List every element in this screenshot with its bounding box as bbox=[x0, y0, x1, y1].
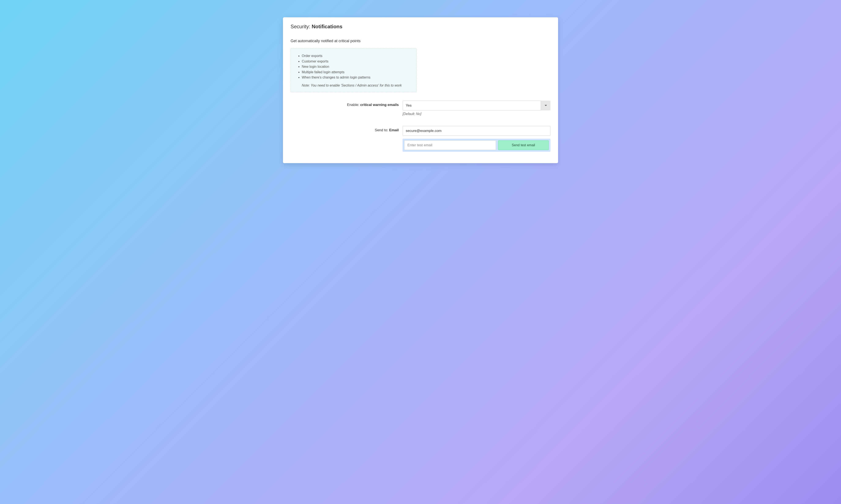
page-title: Security: Notifications bbox=[291, 24, 550, 30]
send-test-email-button[interactable]: Send test email bbox=[498, 140, 549, 150]
enable-select-wrapper bbox=[402, 101, 550, 110]
info-item: Multiple failed login attempts bbox=[302, 69, 411, 75]
test-email-input[interactable] bbox=[404, 140, 496, 150]
enable-label: Enable: critical warning emails bbox=[291, 101, 402, 107]
title-prefix: Security: bbox=[291, 24, 312, 29]
enable-label-prefix: Enable: bbox=[347, 103, 360, 107]
settings-card: Security: Notifications Get automaticall… bbox=[283, 17, 558, 163]
sendto-label-prefix: Send to: bbox=[375, 128, 389, 132]
info-note: Note: You need to enable 'Sections / Adm… bbox=[296, 84, 411, 87]
sendto-label: Send to: Email bbox=[291, 126, 402, 132]
title-bold: Notifications bbox=[312, 24, 342, 29]
info-box: Order exports Customer exports New login… bbox=[291, 48, 416, 92]
info-item: Order exports bbox=[302, 53, 411, 59]
enable-row: Enable: critical warning emails [Default… bbox=[291, 101, 550, 116]
email-field[interactable] bbox=[402, 126, 550, 136]
test-email-panel: Send test email bbox=[402, 139, 550, 152]
sendto-control-area: Send test email bbox=[402, 126, 550, 152]
info-list: Order exports Customer exports New login… bbox=[296, 53, 411, 80]
default-hint: [Default: No] bbox=[402, 112, 550, 116]
info-item: Customer exports bbox=[302, 59, 411, 64]
info-item: When there's changes to admin login patt… bbox=[302, 75, 411, 80]
section-heading: Get automatically notified at critical p… bbox=[291, 39, 550, 43]
info-item: New login location bbox=[302, 64, 411, 69]
enable-label-bold: critical warning emails bbox=[360, 103, 399, 107]
enable-control-area: [Default: No] bbox=[402, 101, 550, 116]
sendto-row: Send to: Email Send test email bbox=[291, 126, 550, 152]
enable-select[interactable] bbox=[402, 101, 550, 110]
sendto-label-bold: Email bbox=[389, 128, 399, 132]
